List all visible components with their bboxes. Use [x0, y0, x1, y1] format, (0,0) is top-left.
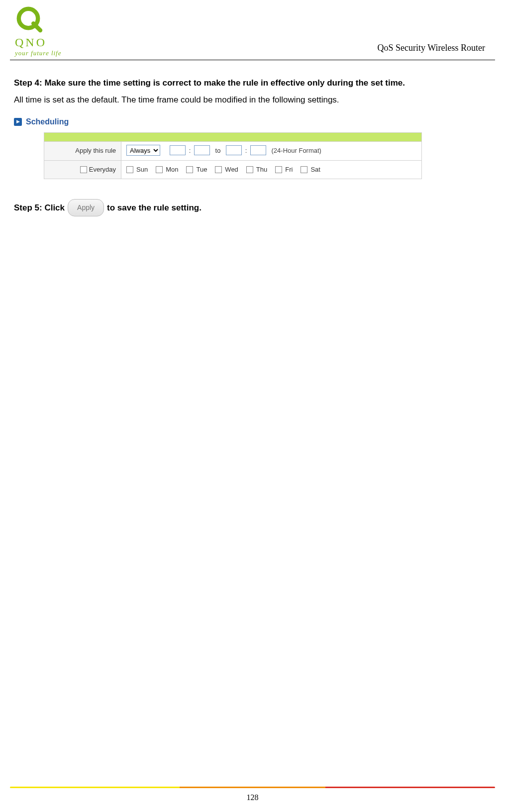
step5-prefix: Step 5: Click	[14, 200, 65, 216]
mon-checkbox[interactable]	[156, 166, 163, 173]
apply-rule-label: Apply this rule	[44, 141, 121, 160]
logo-block: QNO your future life	[15, 5, 62, 57]
fri-checkbox[interactable]	[275, 166, 282, 173]
sat-checkbox[interactable]	[301, 166, 307, 173]
page-header: QNO your future life QoS Security Wirele…	[10, 0, 495, 60]
step5-line: Step 5: Click Apply to save the rule set…	[14, 199, 491, 216]
mon-label: Mon	[166, 164, 178, 176]
sat-label: Sat	[310, 164, 320, 176]
everyday-checkbox[interactable]	[80, 166, 87, 173]
footer-divider	[10, 787, 495, 788]
time-from-hour[interactable]	[170, 145, 186, 155]
time-to-hour[interactable]	[226, 145, 242, 155]
tue-checkbox[interactable]	[186, 166, 193, 173]
everyday-label: Everyday	[89, 166, 116, 173]
wed-label: Wed	[225, 164, 238, 176]
page-title: QoS Security Wireless Router	[378, 43, 485, 57]
tue-label: Tue	[196, 164, 207, 176]
qno-logo-icon	[15, 5, 45, 35]
apply-rule-select[interactable]: Always	[126, 145, 160, 156]
apply-button[interactable]: Apply	[68, 199, 104, 216]
time-format-label: (24-Hour Format)	[272, 147, 321, 154]
wed-checkbox[interactable]	[215, 166, 222, 173]
time-colon-2: :	[245, 147, 247, 154]
fri-label: Fri	[285, 164, 293, 176]
time-colon-1: :	[189, 147, 191, 154]
time-to-min[interactable]	[250, 145, 266, 155]
scheduling-title: Scheduling	[26, 114, 69, 129]
page-number: 128	[0, 793, 505, 802]
time-from-min[interactable]	[194, 145, 210, 155]
step5-suffix: to save the rule setting.	[107, 200, 202, 216]
thu-checkbox[interactable]	[246, 166, 253, 173]
content-area: Step 4: Make sure the time setting is co…	[0, 60, 505, 216]
page-footer: 128	[0, 787, 505, 802]
chevron-right-icon	[14, 118, 22, 126]
thu-label: Thu	[256, 164, 267, 176]
step4-heading: Step 4: Make sure the time setting is co…	[14, 75, 491, 91]
time-to-label: to	[215, 147, 221, 154]
step4-body: All time is set as the default. The time…	[14, 92, 491, 108]
logo-brand-text: QNO	[15, 36, 62, 49]
scheduling-table: Apply this rule Always : to : (24-Hour F…	[44, 132, 422, 179]
sun-label: Sun	[136, 164, 148, 176]
logo-tagline-text: your future life	[15, 49, 62, 57]
scheduling-panel: Scheduling Apply this rule Always : to :	[14, 112, 427, 180]
sun-checkbox[interactable]	[126, 166, 133, 173]
